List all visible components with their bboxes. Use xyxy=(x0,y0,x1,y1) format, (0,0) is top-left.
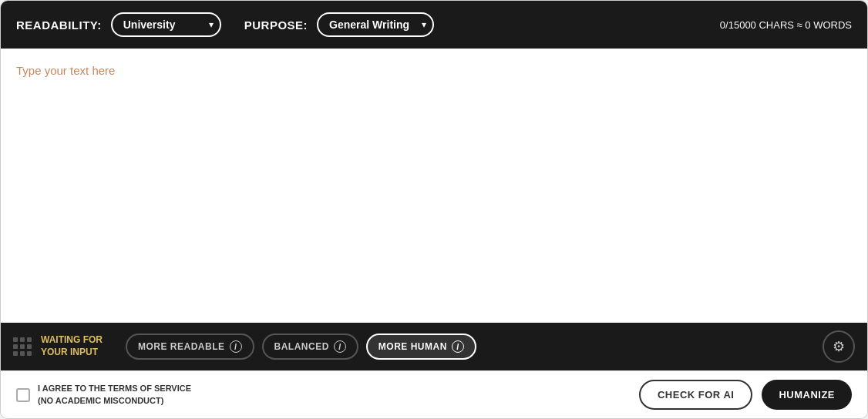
more-human-info-icon[interactable]: i xyxy=(452,340,464,353)
settings-icon: ⚙ xyxy=(833,338,845,355)
mode-btn-more-readable[interactable]: MORE READABLE i xyxy=(126,334,254,360)
purpose-dropdown-wrapper[interactable]: General Writing Academic Business Creati… xyxy=(317,12,434,37)
mode-btn-balanced[interactable]: BALANCED i xyxy=(262,334,358,360)
readability-label: READABILITY: xyxy=(16,18,102,32)
footer: I AGREE TO THE TERMS OF SERVICE (NO ACAD… xyxy=(1,370,867,418)
main-textarea[interactable] xyxy=(1,49,867,323)
readability-dropdown-wrapper[interactable]: Elementary Middle School High School Uni… xyxy=(111,12,221,37)
tos-section: I AGREE TO THE TERMS OF SERVICE (NO ACAD… xyxy=(16,383,191,407)
char-count: 0/15000 CHARS ≈ 0 WORDS xyxy=(720,19,852,31)
check-ai-button[interactable]: CHECK FOR AI xyxy=(639,380,752,410)
bottom-bar: WAITING FOR YOUR INPUT MORE READABLE i B… xyxy=(1,323,867,370)
purpose-label: PURPOSE: xyxy=(244,18,308,32)
balanced-info-icon[interactable]: i xyxy=(334,340,346,353)
app-container: READABILITY: Elementary Middle School Hi… xyxy=(0,0,868,419)
purpose-section: PURPOSE: General Writing Academic Busine… xyxy=(244,12,434,37)
header: READABILITY: Elementary Middle School Hi… xyxy=(1,1,867,49)
grid-icon xyxy=(13,337,32,356)
text-area-section[interactable] xyxy=(1,49,867,323)
tos-label: I AGREE TO THE TERMS OF SERVICE (NO ACAD… xyxy=(38,383,191,407)
readability-dropdown[interactable]: Elementary Middle School High School Uni… xyxy=(111,12,221,37)
mode-buttons: MORE READABLE i BALANCED i MORE HUMAN i xyxy=(126,334,476,360)
humanize-button[interactable]: HUMANIZE xyxy=(762,380,852,410)
more-readable-info-icon[interactable]: i xyxy=(230,340,242,353)
purpose-dropdown[interactable]: General Writing Academic Business Creati… xyxy=(317,12,434,37)
status-text: WAITING FOR YOUR INPUT xyxy=(41,334,103,358)
settings-button[interactable]: ⚙ xyxy=(823,330,855,363)
mode-btn-more-human[interactable]: MORE HUMAN i xyxy=(366,334,476,360)
footer-buttons: CHECK FOR AI HUMANIZE xyxy=(639,380,852,410)
tos-checkbox[interactable] xyxy=(16,388,30,402)
